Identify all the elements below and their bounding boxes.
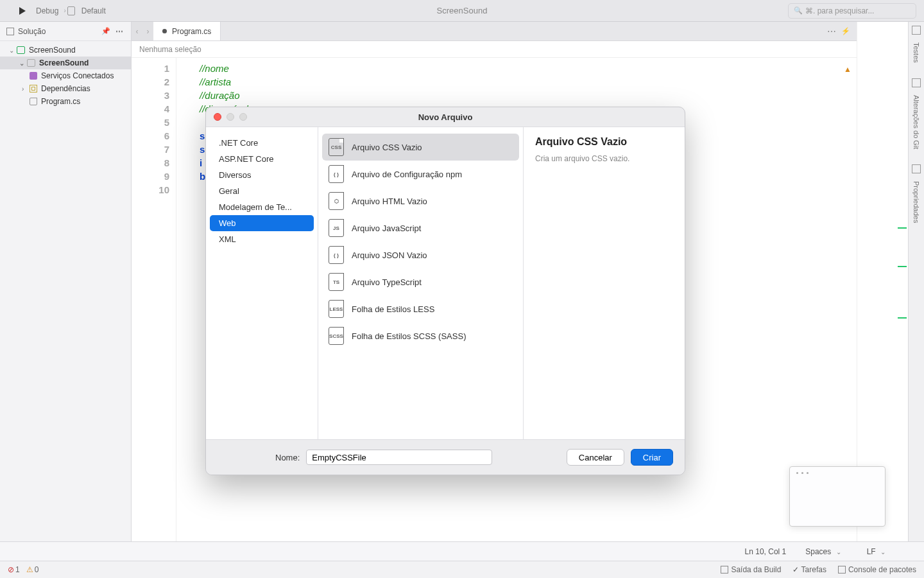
file-template-icon: CSS <box>329 138 344 156</box>
dialog-title: Novo Arquivo <box>418 112 473 122</box>
template-item[interactable]: { }Arquivo JSON Vazio <box>322 241 519 268</box>
template-item[interactable]: SCSSFolha de Estilos SCSS (SASS) <box>322 322 519 349</box>
template-label: Arquivo JavaScript <box>352 223 421 233</box>
template-item[interactable]: { }Arquivo de Configuração npm <box>322 161 519 188</box>
new-file-dialog: Novo Arquivo .NET CoreASP.NET CoreDivers… <box>205 107 685 475</box>
template-label: Arquivo JSON Vazio <box>352 250 427 260</box>
template-label: Arquivo de Configuração npm <box>352 170 462 179</box>
modal-backdrop: Novo Arquivo .NET CoreASP.NET CoreDivers… <box>0 0 924 578</box>
detail-title: Arquivo CSS Vazio <box>535 136 673 148</box>
cancel-button[interactable]: Cancelar <box>567 449 624 466</box>
template-item[interactable]: ⬡Arquivo HTML Vazio <box>322 188 519 215</box>
template-label: Folha de Estilos SCSS (SASS) <box>352 331 466 341</box>
file-template-icon: TS <box>329 273 344 291</box>
name-label: Nome: <box>275 453 300 462</box>
window-minimize-icon <box>227 113 234 121</box>
template-item[interactable]: JSArquivo JavaScript <box>322 215 519 241</box>
template-list: CSSArquivo CSS Vazio{ }Arquivo de Config… <box>318 127 524 439</box>
create-button[interactable]: Criar <box>631 449 673 466</box>
category-item[interactable]: Geral <box>210 183 314 199</box>
dialog-titlebar: Novo Arquivo <box>206 107 685 127</box>
file-template-icon: { } <box>329 165 344 183</box>
file-template-icon: JS <box>329 219 344 237</box>
template-label: Arquivo TypeScript <box>352 277 422 287</box>
window-close-icon[interactable] <box>214 113 221 121</box>
category-item[interactable]: Web <box>210 215 314 231</box>
window-zoom-icon <box>239 113 247 121</box>
template-item[interactable]: CSSArquivo CSS Vazio <box>322 134 519 161</box>
template-item[interactable]: TSArquivo TypeScript <box>322 268 519 295</box>
file-template-icon: { } <box>329 246 344 264</box>
category-item[interactable]: ASP.NET Core <box>210 151 314 167</box>
file-template-icon: LESS <box>329 300 344 318</box>
file-template-icon: SCSS <box>329 327 344 345</box>
file-template-icon: ⬡ <box>329 192 344 210</box>
category-item[interactable]: XML <box>210 231 314 247</box>
template-detail: Arquivo CSS Vazio Cria um arquivo CSS va… <box>524 127 685 439</box>
dialog-footer: Nome: Cancelar Criar <box>206 440 685 475</box>
detail-description: Cria um arquivo CSS vazio. <box>535 154 673 163</box>
template-label: Arquivo CSS Vazio <box>352 143 422 152</box>
category-list: .NET CoreASP.NET CoreDiversosGeralModela… <box>206 127 318 439</box>
template-label: Folha de Estilos LESS <box>352 304 434 314</box>
category-item[interactable]: Modelagem de Te... <box>210 199 314 215</box>
category-item[interactable]: Diversos <box>210 167 314 183</box>
file-name-input[interactable] <box>306 450 492 465</box>
category-item[interactable]: .NET Core <box>210 135 314 151</box>
template-label: Arquivo HTML Vazio <box>352 197 427 206</box>
template-item[interactable]: LESSFolha de Estilos LESS <box>322 295 519 322</box>
